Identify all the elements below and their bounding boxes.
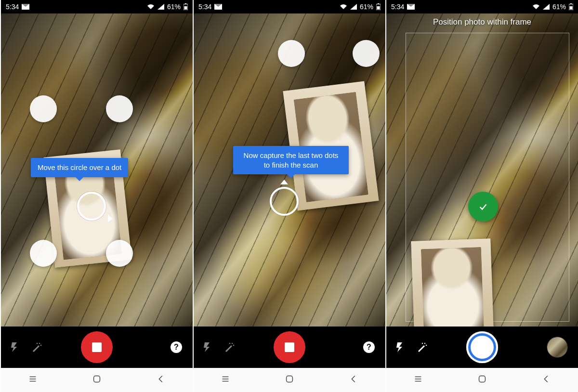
status-time: 5:34 [391, 3, 404, 11]
android-navbar [194, 368, 385, 392]
target-photo [411, 238, 494, 327]
recents-button[interactable] [27, 374, 38, 386]
battery-percent: 61% [552, 3, 566, 11]
camera-controls: ? [1, 327, 193, 368]
scan-success-indicator [468, 192, 498, 222]
camera-viewfinder[interactable]: Position photo within frame [386, 13, 578, 327]
instruction-tooltip: Now capture the last two dots to finish … [233, 146, 349, 174]
svg-rect-19 [287, 376, 293, 382]
scan-target-dot [106, 95, 133, 122]
scan-target-dot [353, 40, 380, 67]
instruction-text: Move this circle over a dot [38, 163, 121, 171]
battery-percent: 61% [360, 3, 373, 11]
svg-rect-1 [184, 6, 187, 10]
svg-point-25 [422, 343, 423, 344]
status-bar: 5:34 61% [194, 0, 385, 13]
svg-rect-2 [185, 3, 186, 4]
help-icon: ? [174, 343, 179, 352]
battery-icon [569, 3, 573, 10]
flash-icon[interactable] [201, 341, 213, 353]
magic-wand-icon[interactable] [31, 341, 42, 353]
svg-rect-12 [378, 3, 379, 4]
checkmark-icon [478, 201, 488, 212]
help-button[interactable]: ? [363, 341, 375, 353]
magic-wand-icon[interactable] [223, 341, 235, 353]
android-navbar [386, 368, 578, 392]
status-bar: 5:34 61% [386, 0, 578, 13]
camera-controls [386, 327, 578, 368]
svg-rect-9 [94, 376, 100, 382]
aim-ring[interactable] [77, 192, 106, 221]
status-bar: 5:34 61% [1, 0, 193, 13]
svg-point-14 [233, 345, 234, 346]
shutter-stop-button[interactable] [81, 331, 113, 363]
help-button[interactable]: ? [171, 341, 182, 353]
android-navbar [1, 368, 193, 392]
phone-screen-3: 5:34 61% Position photo within frame [385, 0, 578, 392]
signal-icon [350, 4, 357, 10]
svg-point-5 [37, 343, 38, 344]
svg-point-13 [232, 343, 233, 344]
flash-icon[interactable] [394, 341, 406, 353]
back-button[interactable] [156, 374, 166, 386]
battery-icon [376, 3, 381, 10]
svg-point-23 [424, 343, 425, 344]
wifi-icon [340, 4, 347, 10]
instruction-text: Now capture the last two dots to finish … [244, 151, 339, 169]
svg-point-15 [229, 343, 230, 344]
recents-button[interactable] [220, 374, 231, 386]
back-button[interactable] [541, 374, 552, 386]
camera-viewfinder[interactable]: Now capture the last two dots to finish … [194, 13, 385, 327]
scan-target-dot [30, 240, 57, 267]
svg-point-24 [426, 345, 427, 346]
battery-icon [184, 3, 188, 10]
instruction-text: Position photo within frame [386, 17, 578, 27]
help-icon: ? [367, 343, 371, 352]
scan-target-dot [30, 95, 57, 122]
instruction-tooltip: Move this circle over a dot [31, 158, 128, 177]
magic-wand-icon[interactable] [416, 341, 428, 353]
shutter-capture-button[interactable] [466, 331, 498, 363]
aim-arrow-icon [108, 215, 113, 222]
battery-percent: 61% [167, 3, 181, 11]
svg-rect-22 [570, 3, 572, 4]
wifi-icon [532, 4, 540, 10]
home-button[interactable] [92, 374, 102, 386]
svg-rect-11 [377, 6, 380, 10]
svg-point-3 [39, 343, 40, 344]
flash-icon[interactable] [9, 341, 20, 353]
phone-screen-2: 5:34 61% Now capture the last two dots t… [193, 0, 385, 392]
wifi-icon [147, 4, 155, 10]
signal-icon [543, 4, 550, 10]
signal-icon [158, 4, 164, 10]
gmail-icon [407, 4, 415, 10]
phone-screen-1: 5:34 61% Move this circle over a dot [0, 0, 193, 392]
camera-controls: ? [194, 327, 385, 368]
aim-arrow-icon [280, 180, 288, 184]
home-button[interactable] [284, 374, 295, 386]
scan-target-dot [106, 240, 133, 267]
status-time: 5:34 [6, 3, 19, 11]
shutter-stop-button[interactable] [274, 331, 305, 363]
aim-ring[interactable] [270, 187, 299, 216]
gmail-icon [22, 4, 29, 10]
recents-button[interactable] [413, 374, 423, 386]
svg-rect-29 [479, 376, 486, 382]
back-button[interactable] [348, 374, 359, 386]
svg-point-4 [40, 345, 41, 346]
status-time: 5:34 [198, 3, 211, 11]
home-button[interactable] [477, 374, 487, 386]
gmail-icon [214, 4, 222, 10]
scan-target-dot [278, 40, 305, 67]
camera-viewfinder[interactable]: Move this circle over a dot [1, 13, 193, 327]
last-scan-thumbnail[interactable] [547, 337, 567, 357]
svg-rect-21 [570, 6, 573, 10]
